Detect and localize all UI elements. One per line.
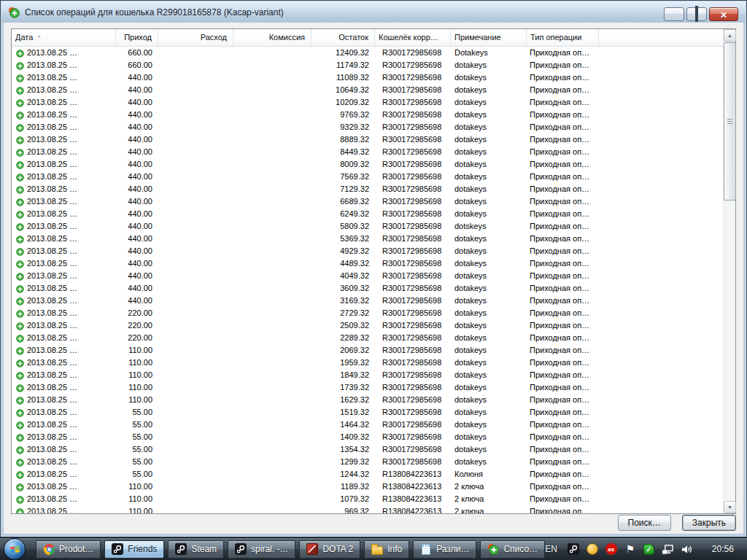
cell-commission <box>233 245 311 257</box>
table-row[interactable]: 2013.08.25 …220.002729.32R300172985698do… <box>12 307 723 319</box>
cell-wallet: R300172985698 <box>375 394 451 406</box>
language-indicator[interactable]: EN <box>545 544 557 554</box>
column-header-wallet[interactable]: Кошелёк корр… <box>375 29 451 46</box>
cell-date: 2013.08.25 … <box>12 133 116 146</box>
table-row[interactable]: 2013.08.25 …440.004489.32R300172985698do… <box>12 257 723 270</box>
table-row[interactable]: 2013.08.25 …440.009769.32R300172985698do… <box>12 109 723 121</box>
cell-date: 2013.08.25 … <box>12 208 116 220</box>
search-button[interactable]: Поиск… <box>618 515 671 531</box>
table-row[interactable]: 2013.08.25 …440.003169.32R300172985698do… <box>12 295 723 307</box>
webmoney-keeper-icon[interactable] <box>586 543 599 556</box>
table-row[interactable]: 2013.08.25 …440.005369.32R300172985698do… <box>12 233 723 245</box>
table-row[interactable]: 2013.08.25 …440.007569.32R300172985698do… <box>12 171 723 183</box>
table-row[interactable]: 2013.08.25 …110.001629.32R300172985698do… <box>12 394 723 406</box>
table-row[interactable]: 2013.08.25 …55.001519.32R300172985698dot… <box>12 406 723 419</box>
table-row[interactable]: 2013.08.25 …660.0011749.32R300172985698d… <box>12 59 723 71</box>
table-row[interactable]: 2013.08.25 …55.001354.32R300172985698dot… <box>12 443 723 456</box>
vertical-scrollbar[interactable]: ▲ ▼ <box>723 29 735 513</box>
table-row[interactable]: 2013.08.25 …110.001189.32R1380842236132 … <box>12 481 723 493</box>
table-row[interactable]: 2013.08.25 …440.008449.32R300172985698do… <box>12 146 723 158</box>
titlebar[interactable]: Список операций для кошелька R2990181658… <box>1 1 746 23</box>
table-row[interactable]: 2013.08.25 …110.00969.32R1380842236132 к… <box>12 505 723 513</box>
table-row[interactable]: 2013.08.25 …440.007129.32R300172985698do… <box>12 183 723 195</box>
table-row[interactable]: 2013.08.25 …110.002069.32R300172985698do… <box>12 344 723 357</box>
column-header-commission[interactable]: Комиссия <box>233 29 311 46</box>
scrollbar-thumb[interactable] <box>724 42 736 201</box>
table-row[interactable]: 2013.08.25 …220.002509.32R300172985698do… <box>12 319 723 332</box>
table-row[interactable]: 2013.08.25 …110.001079.32R1380842236132 … <box>12 493 723 505</box>
cell-income: 55.00 <box>116 419 158 431</box>
updater-check-icon[interactable]: ✓ <box>643 543 656 556</box>
taskbar-button[interactable]: Friends <box>104 540 164 559</box>
table-row[interactable]: 2013.08.25 …220.002289.32R300172985698do… <box>12 332 723 344</box>
steam-tray-icon[interactable] <box>567 543 580 556</box>
table-row[interactable]: 2013.08.25 …660.0012409.32R300172985698D… <box>12 47 723 59</box>
table-row[interactable]: 2013.08.25 …440.006249.32R300172985698do… <box>12 208 723 220</box>
start-button[interactable] <box>4 538 26 560</box>
table-row[interactable]: 2013.08.25 …440.008009.32R300172985698do… <box>12 158 723 171</box>
table-row[interactable]: 2013.08.25 …55.001244.32R138084223613Кол… <box>12 468 723 481</box>
column-header-date[interactable]: Дата^ <box>12 29 116 46</box>
column-header-balance[interactable]: Остаток <box>311 29 375 46</box>
table-row[interactable]: 2013.08.25 …440.0010649.32R300172985698d… <box>12 84 723 96</box>
cell-income: 660.00 <box>116 47 158 59</box>
table-row[interactable]: 2013.08.25 …55.001299.32R300172985698dot… <box>12 456 723 468</box>
cell-note: dotakeys <box>451 419 527 431</box>
cell-balance: 11089.32 <box>311 71 375 84</box>
chrome-icon <box>43 543 55 555</box>
table-row[interactable]: 2013.08.25 …440.004049.32R300172985698do… <box>12 270 723 282</box>
cell-note: dotakeys <box>451 443 527 456</box>
taskbar-button[interactable]: Prodot… <box>36 540 101 559</box>
minimize-button[interactable] <box>664 7 684 21</box>
column-header-expense[interactable]: Расход <box>158 29 233 46</box>
network-icon[interactable] <box>662 543 675 556</box>
cell-type: Приходная оп… <box>527 71 599 84</box>
table-row[interactable]: 2013.08.25 …440.008889.32R300172985698do… <box>12 133 723 146</box>
table-row[interactable]: 2013.08.25 …110.001849.32R300172985698do… <box>12 369 723 381</box>
cell-filler <box>599 208 723 220</box>
column-header-note[interactable]: Примечание <box>451 29 527 46</box>
column-header-type[interactable]: Тип операции <box>527 29 599 46</box>
table-row[interactable]: 2013.08.25 …440.005809.32R300172985698do… <box>12 220 723 233</box>
cell-filler <box>599 357 723 369</box>
scroll-up-button[interactable]: ▲ <box>724 29 736 42</box>
cell-income: 55.00 <box>116 456 158 468</box>
table-row[interactable]: 2013.08.25 …440.004929.32R300172985698do… <box>12 245 723 257</box>
taskbar-button[interactable]: DOTA 2 <box>299 540 360 559</box>
table-row[interactable]: 2013.08.25 …110.001959.32R300172985698do… <box>12 357 723 369</box>
cell-balance: 6249.32 <box>311 208 375 220</box>
cell-date: 2013.08.25 … <box>12 233 116 245</box>
taskbar-button[interactable]: Steam <box>168 540 224 559</box>
table-row[interactable]: 2013.08.25 …440.003609.32R300172985698do… <box>12 282 723 295</box>
cell-wallet: R300172985698 <box>375 84 451 96</box>
table-row[interactable]: 2013.08.25 …55.001409.32R300172985698dot… <box>12 431 723 443</box>
close-button[interactable]: ✕ <box>709 7 738 21</box>
taskbar-button[interactable]: spiral. -… <box>228 540 295 559</box>
taskbar-button[interactable]: Info <box>364 540 409 559</box>
table-row[interactable]: 2013.08.25 …440.0011089.32R300172985698d… <box>12 71 723 84</box>
column-header-income[interactable]: Приход <box>116 29 158 46</box>
cell-date: 2013.08.25 … <box>12 357 116 369</box>
table-row[interactable]: 2013.08.25 …440.009329.32R300172985698do… <box>12 121 723 133</box>
plus-circle-icon <box>16 309 24 317</box>
cell-income: 220.00 <box>116 319 158 332</box>
taskbar-button[interactable]: Списо… <box>480 540 545 559</box>
scroll-down-button[interactable]: ▼ <box>724 501 736 513</box>
table-row[interactable]: 2013.08.25 …110.001739.32R300172985698do… <box>12 381 723 394</box>
action-center-flag-icon[interactable]: ⚑ <box>624 543 637 556</box>
cell-expense <box>158 195 233 208</box>
table-row[interactable]: 2013.08.25 …440.006689.32R300172985698do… <box>12 195 723 208</box>
close-button[interactable]: Закрыть <box>682 515 736 531</box>
lastfm-icon[interactable]: as <box>605 543 618 556</box>
volume-icon[interactable] <box>681 543 694 556</box>
maximize-button[interactable] <box>686 7 707 21</box>
clock[interactable]: 20:56 <box>712 544 734 554</box>
window-title: Список операций для кошелька R2990181658… <box>25 7 284 18</box>
cell-type: Приходная оп… <box>527 96 599 109</box>
taskbar-button[interactable]: Разли… <box>413 540 476 559</box>
table-row[interactable]: 2013.08.25 …55.001464.32R300172985698dot… <box>12 419 723 431</box>
table-row[interactable]: 2013.08.25 …440.0010209.32R300172985698d… <box>12 96 723 109</box>
cell-type: Приходная оп… <box>527 344 599 357</box>
plus-circle-icon <box>16 86 24 94</box>
cell-date: 2013.08.25 … <box>12 468 116 481</box>
